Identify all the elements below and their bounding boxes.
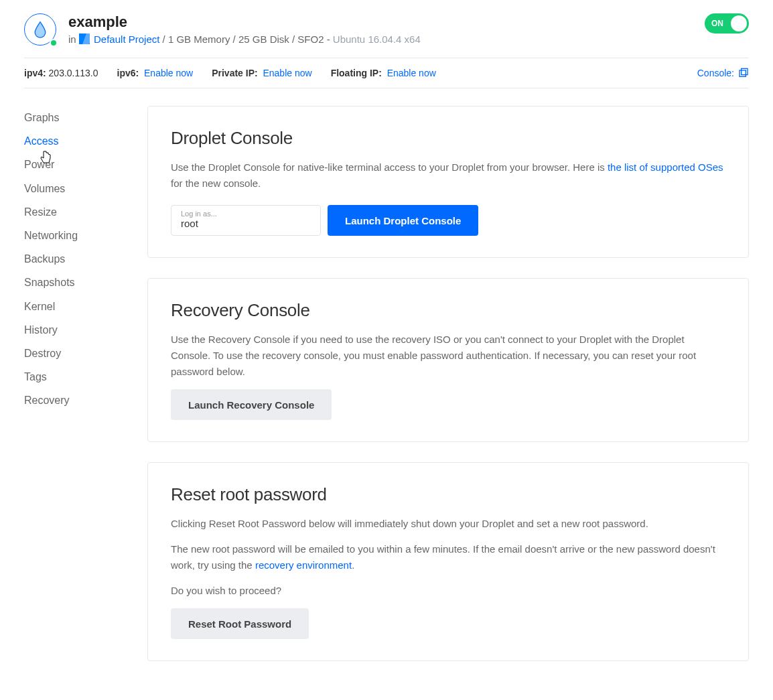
title-block: example in Default Project / 1 GB Memory… xyxy=(68,13,421,45)
reset-password-title: Reset root password xyxy=(171,484,725,505)
ipv6-enable-link[interactable]: Enable now xyxy=(144,68,193,78)
project-icon xyxy=(79,33,90,44)
sidebar-item-networking[interactable]: Networking xyxy=(24,224,147,247)
status-dot xyxy=(50,39,58,47)
droplet-name: example xyxy=(68,13,421,31)
droplet-console-desc: Use the Droplet Console for native-like … xyxy=(171,159,725,192)
launch-recovery-console-button[interactable]: Launch Recovery Console xyxy=(171,389,332,420)
login-row: Log in as... root Launch Droplet Console xyxy=(171,205,725,236)
reset-password-desc3: Do you wish to proceed? xyxy=(171,583,725,599)
reset-password-card: Reset root password Clicking Reset Root … xyxy=(147,462,749,661)
in-label: in xyxy=(68,33,76,45)
sidebar-item-kernel[interactable]: Kernel xyxy=(24,295,147,318)
sidebar-item-graphs[interactable]: Graphs xyxy=(24,106,147,129)
ipv6-item: ipv6: Enable now xyxy=(117,68,194,78)
sidebar-item-backups[interactable]: Backups xyxy=(24,247,147,271)
header-left: example in Default Project / 1 GB Memory… xyxy=(24,13,421,46)
login-as-label: Log in as... xyxy=(181,210,311,218)
ip-bar-left: ipv4: 203.0.113.0 ipv6: Enable now Priva… xyxy=(24,68,436,78)
sidebar-item-snapshots[interactable]: Snapshots xyxy=(24,271,147,294)
recovery-console-title: Recovery Console xyxy=(171,300,725,321)
console-icon xyxy=(738,68,749,78)
supported-oses-link[interactable]: the list of supported OSes xyxy=(608,161,723,173)
private-ip-label: Private IP: xyxy=(212,68,257,78)
ipv4-value: 203.0.113.0 xyxy=(49,68,98,78)
water-drop-icon xyxy=(33,21,48,38)
svg-rect-0 xyxy=(740,70,746,76)
toggle-label: ON xyxy=(711,19,723,28)
reset-password-desc1: Clicking Reset Root Password below will … xyxy=(171,516,725,532)
reset-root-password-button[interactable]: Reset Root Password xyxy=(171,608,309,639)
login-as-value: root xyxy=(181,218,198,229)
droplet-console-title: Droplet Console xyxy=(171,128,725,149)
private-ip-item: Private IP: Enable now xyxy=(212,68,311,78)
sidebar-item-tags[interactable]: Tags xyxy=(24,365,147,389)
sidebar-item-recovery[interactable]: Recovery xyxy=(24,389,147,412)
ipv4-label: ipv4: xyxy=(24,68,46,78)
private-ip-enable-link[interactable]: Enable now xyxy=(263,68,311,78)
main-content: Droplet Console Use the Droplet Console … xyxy=(147,106,749,681)
sidebar-item-power[interactable]: Power xyxy=(24,153,147,176)
ipv6-label: ipv6: xyxy=(117,68,139,78)
recovery-console-desc: Use the Recovery Console if you need to … xyxy=(171,332,725,380)
toggle-knob xyxy=(731,15,747,31)
page-header: example in Default Project / 1 GB Memory… xyxy=(24,13,749,58)
floating-ip-enable-link[interactable]: Enable now xyxy=(387,68,436,78)
sidebar-item-volumes[interactable]: Volumes xyxy=(24,177,147,200)
launch-droplet-console-button[interactable]: Launch Droplet Console xyxy=(328,205,478,236)
floating-ip-item: Floating IP: Enable now xyxy=(331,68,436,78)
login-as-input[interactable]: Log in as... root xyxy=(171,205,321,236)
droplet-console-card: Droplet Console Use the Droplet Console … xyxy=(147,106,749,258)
project-link[interactable]: Default Project xyxy=(94,33,159,45)
sidebar-list: Graphs Access Power Volumes Resize Netwo… xyxy=(24,106,147,412)
sidebar: Graphs Access Power Volumes Resize Netwo… xyxy=(24,106,147,681)
ipv4-item: ipv4: 203.0.113.0 xyxy=(24,68,98,78)
droplet-subtitle: in Default Project / 1 GB Memory / 25 GB… xyxy=(68,33,421,45)
floating-ip-label: Floating IP: xyxy=(331,68,382,78)
svg-rect-1 xyxy=(742,68,748,74)
droplet-os: Ubuntu 16.04.4 x64 xyxy=(333,33,421,45)
layout: Graphs Access Power Volumes Resize Netwo… xyxy=(24,106,749,681)
reset-password-desc2: The new root password will be emailed to… xyxy=(171,541,725,573)
ip-bar: ipv4: 203.0.113.0 ipv6: Enable now Priva… xyxy=(24,58,749,88)
sidebar-item-history[interactable]: History xyxy=(24,318,147,342)
recovery-environment-link[interactable]: recovery environment xyxy=(255,559,352,571)
droplet-specs: 1 GB Memory / 25 GB Disk / SFO2 xyxy=(168,33,324,45)
power-toggle[interactable]: ON xyxy=(705,13,749,33)
sidebar-item-destroy[interactable]: Destroy xyxy=(24,342,147,365)
droplet-avatar xyxy=(24,13,56,46)
console-label: Console: xyxy=(697,68,734,78)
console-link[interactable]: Console: xyxy=(697,68,749,78)
sidebar-item-access[interactable]: Access xyxy=(24,129,147,153)
sidebar-item-resize[interactable]: Resize xyxy=(24,200,147,224)
recovery-console-card: Recovery Console Use the Recovery Consol… xyxy=(147,278,749,442)
